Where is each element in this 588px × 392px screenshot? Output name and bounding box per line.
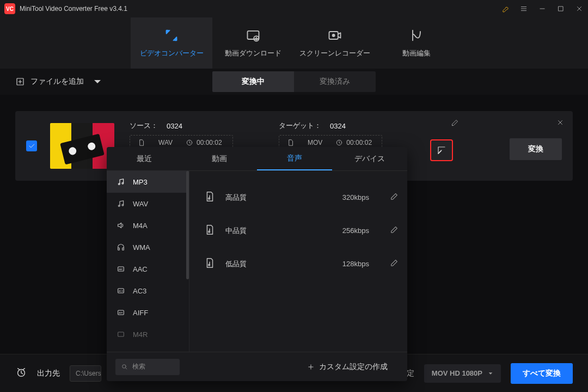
svg-text:AAC: AAC [119,268,123,271]
music-note-icon [117,177,125,186]
output-settings-suffix: 定 [407,369,414,378]
svg-point-22 [209,231,210,232]
tab-screen-recorder-label: スクリーンレコーダー [299,48,370,58]
menu-icon[interactable] [519,4,528,13]
format-search-input[interactable]: 検索 [115,359,180,375]
svg-point-9 [122,182,124,184]
tab-screen-recorder[interactable]: スクリーンレコーダー [294,17,376,69]
svg-point-8 [118,183,120,185]
format-list-scrollbar[interactable] [186,171,189,279]
format-badge-icon: AIFF [117,308,125,317]
svg-rect-20 [118,332,124,336]
tab-video-converter[interactable]: ビデオコンバーター [131,17,212,69]
audio-file-icon [204,257,216,271]
minimize-icon[interactable] [538,4,547,13]
source-name: 0324 [167,122,182,130]
chevron-down-icon[interactable] [93,77,102,87]
file-icon [287,139,295,146]
convert-all-button[interactable]: すべて変換 [511,363,573,384]
main-tabs: ビデオコンバーター 動画ダウンロード スクリーンレコーダー 動画編集 [0,17,588,69]
source-label: ソース： [130,121,158,131]
file-thumbnail [50,123,114,169]
headphones-icon [117,243,125,252]
key-icon[interactable] [501,4,510,13]
format-item-m4r[interactable]: M4R [107,323,189,345]
svg-rect-12 [118,248,120,250]
quality-row-mid[interactable]: 中品質 256kbps [200,214,402,247]
format-badge-icon: AC3 [117,286,125,295]
svg-text:AIFF: AIFF [119,312,122,314]
audio-file-icon [204,224,216,237]
source-duration: 00:00:02 [197,139,222,146]
tab-video-edit[interactable]: 動画編集 [376,17,457,69]
titlebar: VC MiniTool Video Converter Free v3.4.1 [0,0,588,17]
target-format-picker-button[interactable] [430,139,453,161]
format-badge-icon: AAC [117,265,125,273]
app-title: MiniTool Video Converter Free v3.4.1 [20,5,127,13]
format-item-m4a[interactable]: M4A [107,215,189,236]
close-icon[interactable] [575,4,584,13]
file-checkbox[interactable] [26,140,37,151]
format-popover: 最近 動画 音声 デバイス MP3 WAV M4A WMA AACAAC AC3… [107,147,407,381]
remove-file-icon[interactable] [556,119,564,128]
target-label: ターゲット： [279,121,321,131]
quality-edit-icon[interactable] [379,259,399,269]
convert-button[interactable]: 変換 [510,138,562,160]
status-tabs: 変換中 変換済み [212,71,376,92]
svg-rect-13 [122,248,124,250]
clock-icon [186,139,193,146]
app-logo: VC [4,3,15,14]
format-item-wma[interactable]: WMA [107,236,189,258]
format-item-wav[interactable]: WAV [107,193,189,215]
source-format: WAV [158,139,173,146]
search-icon [121,363,128,370]
svg-rect-0 [559,7,563,11]
popover-tab-device[interactable]: デバイス [332,147,407,170]
quality-row-low[interactable]: 低品質 128kbps [200,247,402,280]
svg-point-10 [118,205,120,207]
format-item-mp3[interactable]: MP3 [107,171,189,193]
alarm-icon[interactable] [15,366,27,381]
target-name: 0324 [330,122,346,130]
quality-edit-icon[interactable] [379,225,399,236]
clock-icon [335,139,343,146]
audio-file-icon [204,191,216,204]
output-label: 出力先 [37,369,60,378]
svg-point-24 [122,365,126,369]
svg-point-23 [209,264,210,266]
svg-point-21 [209,198,210,199]
quality-list: 高品質 320kbps 中品質 256kbps 低品質 128kbps [189,171,407,352]
edit-target-icon[interactable] [451,119,459,129]
format-badge-icon [117,330,125,339]
svg-point-11 [122,204,124,206]
speaker-icon [117,221,125,230]
add-file-button[interactable]: ファイルを追加 [15,77,102,87]
maximize-icon[interactable] [556,4,565,13]
tab-converted[interactable]: 変換済み [294,71,376,92]
target-duration: 00:00:02 [346,139,372,146]
tab-video-converter-label: ビデオコンバーター [140,48,204,58]
toolbar: ファイルを追加 変換中 変換済み [0,69,588,95]
target-format: MOV [308,139,322,146]
svg-text:AC3: AC3 [119,290,124,292]
quality-row-high[interactable]: 高品質 320kbps [200,181,402,214]
format-list[interactable]: MP3 WAV M4A WMA AACAAC AC3AC3 AIFFAIFF M… [107,171,189,352]
format-item-ac3[interactable]: AC3AC3 [107,280,189,302]
custom-preset-button[interactable]: カスタム設定の作成 [307,362,388,372]
output-path-field[interactable]: C:\Users [70,365,101,382]
popover-tab-audio[interactable]: 音声 [257,147,332,170]
plus-icon [307,363,315,371]
file-icon [138,139,145,146]
format-item-aiff[interactable]: AIFFAIFF [107,302,189,323]
format-item-aac[interactable]: AACAAC [107,258,189,280]
tab-video-download-label: 動画ダウンロード [225,48,281,58]
chevron-down-icon [488,371,493,376]
popover-tab-recent[interactable]: 最近 [107,147,182,170]
tab-video-download[interactable]: 動画ダウンロード [212,17,294,69]
output-format-select[interactable]: MOV HD 1080P [424,364,501,383]
popover-tab-video[interactable]: 動画 [182,147,257,170]
quality-edit-icon[interactable] [379,192,399,203]
svg-point-4 [332,34,335,37]
tab-converting[interactable]: 変換中 [212,71,294,92]
tab-video-edit-label: 動画編集 [402,48,431,58]
